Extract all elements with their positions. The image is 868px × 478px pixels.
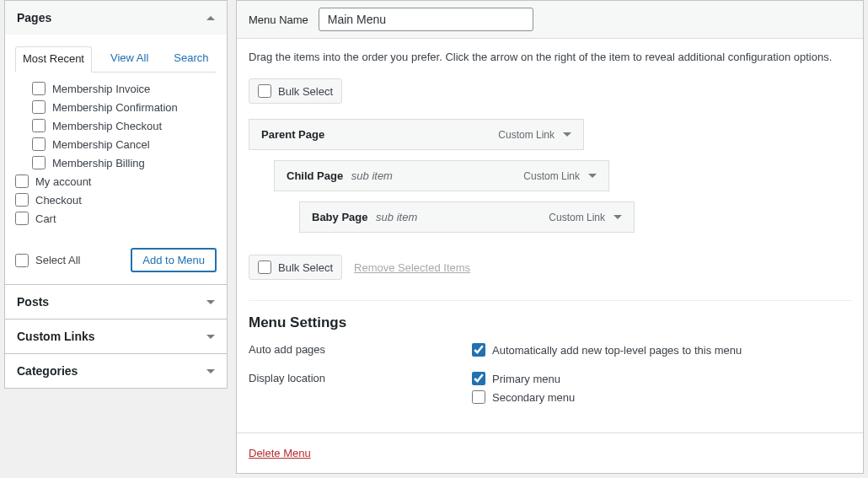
bulk-select-checkbox[interactable] xyxy=(258,84,271,98)
page-checkbox[interactable] xyxy=(32,137,46,151)
page-checkbox[interactable] xyxy=(15,175,29,188)
main-body: Drag the items into the order you prefer… xyxy=(237,39,863,432)
bulk-select-checkbox[interactable] xyxy=(258,260,271,274)
page-checkbox[interactable] xyxy=(15,193,29,207)
accordion-title-categories[interactable]: Categories xyxy=(5,354,227,388)
list-item: My account xyxy=(15,172,213,191)
chevron-down-icon[interactable] xyxy=(563,132,571,137)
page-label[interactable]: Membership Confirmation xyxy=(52,101,178,114)
accordion-title-label: Custom Links xyxy=(17,330,95,343)
setting-control: Primary menu Secondary menu xyxy=(472,372,575,409)
menu-item[interactable]: Parent Page Custom Link xyxy=(249,119,584,150)
list-item: Membership Billing xyxy=(15,153,213,172)
secondary-menu-checkbox[interactable] xyxy=(472,390,485,404)
setting-control: Automatically add new top-level pages to… xyxy=(472,343,742,362)
auto-add-option[interactable]: Automatically add new top-level pages to… xyxy=(472,343,742,357)
tab-most-recent[interactable]: Most Recent xyxy=(15,46,92,73)
bulk-select-bottom-row: Bulk Select Remove Selected Items xyxy=(249,255,470,280)
page-checkbox[interactable] xyxy=(15,212,29,225)
page-checkbox[interactable] xyxy=(32,156,46,169)
list-item: Cart xyxy=(15,209,213,228)
sub-item-label: sub item xyxy=(351,169,393,182)
sidebar: Pages Most Recent View All Search Member… xyxy=(4,0,236,474)
bulk-select-label: Bulk Select xyxy=(278,261,333,274)
add-to-menu-button[interactable]: Add to Menu xyxy=(131,248,217,272)
bulk-select-bottom: Bulk Select xyxy=(249,255,342,280)
page-label[interactable]: Cart xyxy=(35,212,56,225)
accordion-title-label: Posts xyxy=(17,295,49,309)
menu-settings: Menu Settings Auto add pages Automatical… xyxy=(249,314,851,409)
main-panel: Menu Name Drag the items into the order … xyxy=(236,0,864,474)
chevron-down-icon xyxy=(206,369,215,373)
page-label[interactable]: Membership Billing xyxy=(52,157,145,169)
delete-menu-link[interactable]: Delete Menu xyxy=(249,447,311,459)
setting-label: Display location xyxy=(249,372,472,409)
accordion-title-custom-links[interactable]: Custom Links xyxy=(5,320,227,353)
menu-name-input[interactable] xyxy=(319,8,533,31)
primary-menu-option[interactable]: Primary menu xyxy=(472,372,575,385)
page-list[interactable]: Membership Invoice Membership Confirmati… xyxy=(15,79,217,228)
setting-display-location: Display location Primary menu Secondary … xyxy=(249,372,851,409)
list-item: Checkout xyxy=(15,191,213,209)
pages-tabs: Most Recent View All Search xyxy=(15,46,217,73)
sub-item-label: sub item xyxy=(376,211,417,223)
menu-item[interactable]: Baby Page sub item Custom Link xyxy=(299,201,635,233)
list-item: Membership Invoice xyxy=(15,79,213,98)
accordion-title-label: Pages xyxy=(17,11,51,24)
accordion-section-categories: Categories xyxy=(5,354,227,388)
menu-item[interactable]: Child Page sub item Custom Link xyxy=(274,160,609,191)
secondary-menu-option[interactable]: Secondary menu xyxy=(472,390,575,404)
accordion-title-pages[interactable]: Pages xyxy=(5,1,227,35)
menu-settings-heading: Menu Settings xyxy=(249,314,851,331)
setting-label: Auto add pages xyxy=(249,343,472,362)
chevron-down-icon xyxy=(206,335,215,339)
chevron-down-icon xyxy=(206,300,215,304)
divider xyxy=(249,300,851,301)
menu-item-title: Child Page xyxy=(287,169,343,182)
list-item: Membership Cancel xyxy=(15,135,213,153)
menu-items: Parent Page Custom Link Child Page sub i… xyxy=(249,119,851,233)
accordion: Pages Most Recent View All Search Member… xyxy=(4,0,228,389)
accordion-section-custom-links: Custom Links xyxy=(5,320,227,354)
accordion-title-posts[interactable]: Posts xyxy=(5,285,227,319)
menu-item-title: Baby Page xyxy=(312,211,367,223)
menu-item-title: Parent Page xyxy=(261,128,324,141)
accordion-title-label: Categories xyxy=(17,364,78,378)
setting-auto-add: Auto add pages Automatically add new top… xyxy=(249,343,851,362)
pages-panel: Most Recent View All Search Membership I… xyxy=(5,35,227,284)
tab-view-all[interactable]: View All xyxy=(104,46,155,72)
page-checkbox[interactable] xyxy=(32,100,46,114)
list-item: Membership Confirmation xyxy=(15,98,213,116)
bulk-select-label: Bulk Select xyxy=(278,85,333,98)
page-label[interactable]: Checkout xyxy=(35,194,82,207)
tab-search[interactable]: Search xyxy=(167,46,215,72)
menu-item-type: Custom Link xyxy=(523,170,597,182)
accordion-section-posts: Posts xyxy=(5,285,227,320)
instructions-text: Drag the items into the order you prefer… xyxy=(249,51,851,63)
select-all-row: Select All Add to Menu xyxy=(15,239,217,272)
accordion-section-pages: Pages Most Recent View All Search Member… xyxy=(5,1,227,285)
select-all-checkbox[interactable] xyxy=(15,254,29,267)
menu-item-type: Custom Link xyxy=(549,212,622,223)
page-checkbox[interactable] xyxy=(32,82,46,95)
page-label[interactable]: Membership Cancel xyxy=(52,138,150,151)
bulk-select-top: Bulk Select xyxy=(249,78,342,104)
auto-add-checkbox[interactable] xyxy=(472,343,485,357)
page-label[interactable]: Membership Invoice xyxy=(52,83,150,95)
page-label[interactable]: Membership Checkout xyxy=(52,120,162,132)
list-item: Membership Checkout xyxy=(15,116,213,135)
chevron-up-icon xyxy=(206,16,215,20)
select-all-label[interactable]: Select All xyxy=(35,254,80,266)
page-label[interactable]: My account xyxy=(35,175,91,188)
main-footer: Delete Menu xyxy=(237,432,863,473)
page-checkbox[interactable] xyxy=(32,119,46,132)
chevron-down-icon[interactable] xyxy=(613,215,622,219)
menu-header: Menu Name xyxy=(237,1,863,39)
primary-menu-checkbox[interactable] xyxy=(472,372,485,385)
menu-item-type: Custom Link xyxy=(498,129,571,141)
select-all: Select All xyxy=(15,254,80,267)
chevron-down-icon[interactable] xyxy=(588,174,597,178)
remove-selected-link[interactable]: Remove Selected Items xyxy=(354,261,470,274)
menu-name-label: Menu Name xyxy=(249,13,308,26)
